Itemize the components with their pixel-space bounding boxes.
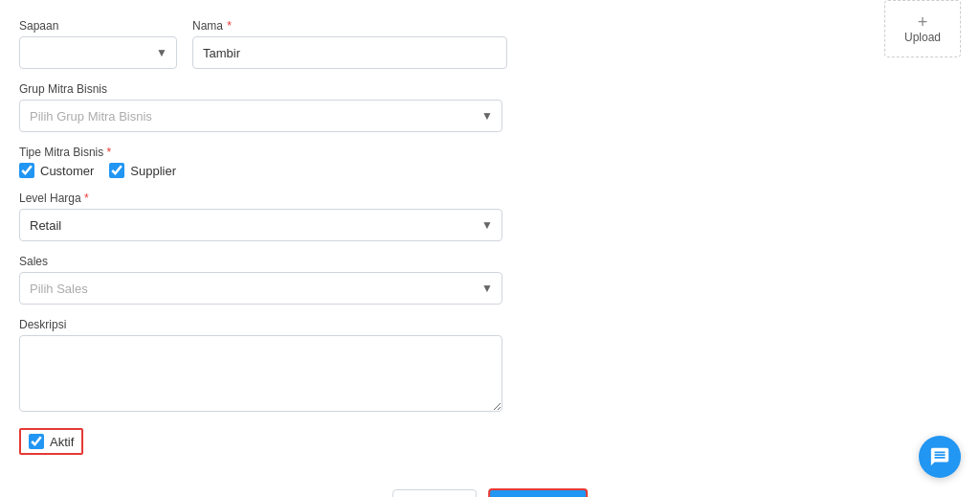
supplier-label: Supplier — [130, 164, 176, 178]
customer-label: Customer — [40, 164, 94, 178]
label-deskripsi: Deskripsi — [19, 318, 502, 331]
customer-checkbox[interactable] — [19, 163, 34, 178]
chat-icon — [929, 446, 950, 467]
plus-icon: + — [918, 13, 928, 31]
aktif-checkbox[interactable] — [29, 434, 44, 449]
grup-mitra-select-wrapper: Pilih Grup Mitra Bisnis ▼ — [19, 100, 502, 132]
section-deskripsi: Deskripsi — [19, 318, 502, 415]
section-grup-mitra: Grup Mitra Bisnis Pilih Grup Mitra Bisni… — [19, 82, 502, 132]
supplier-checkbox[interactable] — [109, 163, 124, 178]
label-grup-mitra: Grup Mitra Bisnis — [19, 82, 502, 96]
level-required: * — [81, 192, 89, 205]
upload-label: Upload — [904, 31, 941, 44]
section-tipe-mitra: Tipe Mitra Bisnis * Customer Supplier — [19, 146, 507, 178]
grup-mitra-select[interactable]: Pilih Grup Mitra Bisnis — [19, 100, 502, 132]
checkbox-supplier[interactable]: Supplier — [109, 163, 176, 178]
aktif-label: Aktif — [50, 435, 74, 449]
label-tipe-mitra: Tipe Mitra Bisnis * — [19, 146, 507, 159]
deskripsi-textarea[interactable] — [19, 335, 502, 412]
label-level-harga: Level Harga * — [19, 192, 502, 205]
tipe-required: * — [103, 146, 111, 159]
level-harga-select[interactable]: Retail Grosir Agen — [19, 209, 502, 241]
checkbox-aktif[interactable]: Aktif — [29, 434, 74, 449]
footer-buttons: Batal Simpan — [392, 488, 588, 497]
section-sales: Sales Pilih Sales ▼ — [19, 255, 502, 305]
label-nama: Nama * — [192, 19, 507, 33]
group-sapaan: Sapaan Mr. Mrs. Ms. ▼ — [19, 19, 177, 69]
section-level-harga: Level Harga * Retail Grosir Agen ▼ — [19, 192, 502, 241]
page-wrapper: + Upload Sapaan Mr. Mrs. Ms. ▼ — [0, 0, 980, 497]
sapaan-select[interactable]: Mr. Mrs. Ms. — [19, 36, 177, 69]
row-sapaan-nama: Sapaan Mr. Mrs. Ms. ▼ Nama * — [19, 19, 507, 69]
upload-area[interactable]: + Upload — [884, 0, 961, 57]
sapaan-select-wrapper: Mr. Mrs. Ms. ▼ — [19, 36, 177, 69]
chat-button[interactable] — [919, 436, 961, 478]
label-sales: Sales — [19, 255, 502, 268]
batal-button[interactable]: Batal — [392, 489, 477, 497]
label-sapaan: Sapaan — [19, 19, 177, 33]
nama-input[interactable] — [192, 36, 507, 69]
nama-required: * — [224, 19, 232, 33]
group-nama: Nama * — [192, 19, 507, 69]
aktif-section: Aktif — [19, 428, 83, 455]
sales-select-wrapper: Pilih Sales ▼ — [19, 272, 502, 305]
form-container: Sapaan Mr. Mrs. Ms. ▼ Nama * — [19, 19, 507, 474]
simpan-button[interactable]: Simpan — [488, 488, 588, 497]
sales-select[interactable]: Pilih Sales — [19, 272, 502, 305]
tipe-checkbox-group: Customer Supplier — [19, 163, 507, 178]
level-harga-select-wrapper: Retail Grosir Agen ▼ — [19, 209, 502, 241]
checkbox-customer[interactable]: Customer — [19, 163, 94, 178]
